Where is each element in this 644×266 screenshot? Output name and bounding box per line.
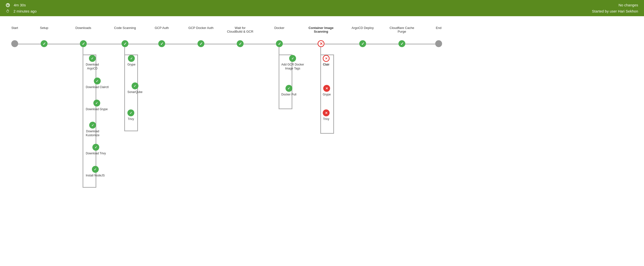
branch-trivy-container[interactable]: ✕ Trivy bbox=[323, 109, 330, 121]
duration-icon: ⏱ bbox=[6, 3, 10, 7]
branch-download-clairctl[interactable]: ✓ Download Clairctl bbox=[86, 78, 108, 89]
header-bar: ⏱ 4m 30s No changes ⏱ 2 minutes ago Star… bbox=[0, 0, 644, 16]
label-cloudflare-cache: Cloudflare CachePurge bbox=[386, 26, 418, 33]
node-end[interactable] bbox=[435, 40, 442, 47]
branch-grype-scan[interactable]: ✓ Grype bbox=[128, 55, 136, 67]
branch-grype-container[interactable]: ✕ Grype bbox=[323, 85, 331, 97]
node-cloudflare-cache[interactable]: ✓ bbox=[398, 40, 405, 47]
time-icon: ⏱ bbox=[6, 9, 10, 13]
branch-download-grype[interactable]: ✓ Download Grype bbox=[86, 100, 108, 111]
branch-install-nodejs[interactable]: ✓ Install NodeJS bbox=[86, 166, 105, 178]
label-docker: Docker bbox=[274, 26, 284, 30]
duration: 4m 30s bbox=[14, 3, 26, 7]
changes-text: No changes bbox=[618, 3, 638, 7]
label-downloads: Downloads bbox=[76, 26, 91, 30]
branch-download-trivy[interactable]: ✓ Download Trivy bbox=[86, 144, 106, 156]
branch-download-kustomize[interactable]: ✓ DownloadKustomize bbox=[86, 122, 100, 137]
label-end: End bbox=[436, 26, 441, 30]
label-setup: Setup bbox=[40, 26, 48, 30]
node-start[interactable] bbox=[11, 40, 18, 47]
branch-sonarqube[interactable]: ✓ SonarQube bbox=[128, 82, 142, 94]
label-argocd-deploy: ArgoCD Deploy bbox=[352, 26, 374, 30]
branch-trivy-scan[interactable]: ✓ Trivy bbox=[128, 109, 134, 121]
node-code-scanning[interactable]: ✓ bbox=[122, 40, 128, 47]
pipeline-area: Start Setup ✓ Downloads ✓ ✓ DownloadAr bbox=[0, 16, 644, 212]
label-gcp-auth: GCP Auth bbox=[155, 26, 169, 30]
branch-docker-pull[interactable]: ✓ Docker Pull bbox=[281, 85, 296, 97]
main-h-line bbox=[15, 44, 439, 44]
pipeline-container: Start Setup ✓ Downloads ✓ ✓ DownloadAr bbox=[5, 26, 618, 198]
node-argocd-deploy[interactable]: ✓ bbox=[359, 40, 366, 47]
label-wait-cloudbuild: Wait forCloudBuild & GCR bbox=[226, 26, 255, 33]
started-by: Started by user Hari Sekhon bbox=[592, 9, 638, 13]
label-gcp-docker-auth: GCP Docker Auth bbox=[188, 26, 214, 30]
node-docker[interactable]: ✓ bbox=[276, 40, 283, 47]
node-container-image-scanning[interactable]: ✕ bbox=[318, 40, 324, 47]
branch-download-argocd[interactable]: ✓ DownloadArgoCD bbox=[86, 55, 99, 70]
node-gcp-auth[interactable]: ✓ bbox=[158, 40, 165, 47]
time-ago: 2 minutes ago bbox=[14, 9, 36, 13]
node-gcp-docker-auth[interactable]: ✓ bbox=[198, 40, 204, 47]
node-wait-cloudbuild[interactable]: ✓ bbox=[237, 40, 244, 47]
label-start: Start bbox=[11, 26, 18, 30]
node-setup[interactable]: ✓ bbox=[41, 40, 48, 47]
label-code-scanning: Code Scanning bbox=[114, 26, 136, 30]
label-container-image-scanning: Container ImageScanning bbox=[305, 26, 337, 33]
branch-add-gcr-docker[interactable]: ✓ Add GCR DockerImage Tags bbox=[281, 55, 304, 70]
node-downloads[interactable]: ✓ bbox=[80, 40, 87, 47]
branch-clair[interactable]: ✕ Clair bbox=[323, 55, 330, 67]
